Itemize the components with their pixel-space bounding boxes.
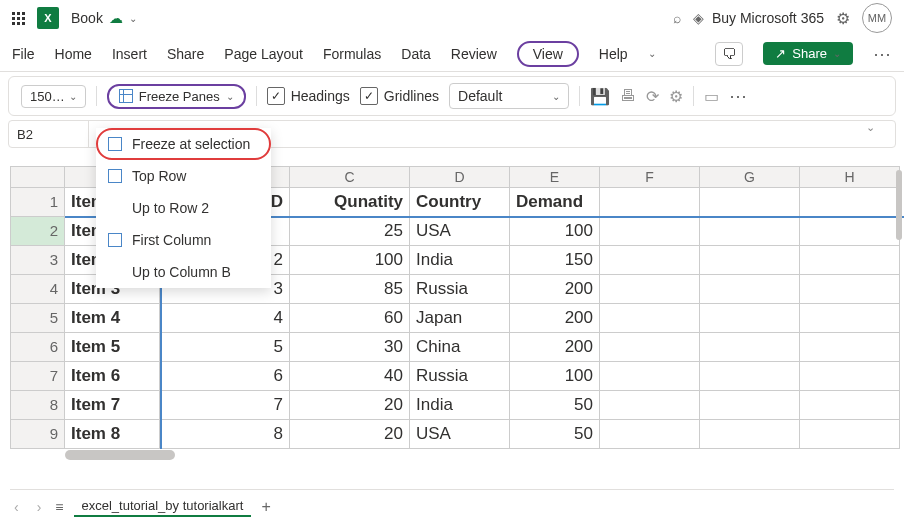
cell[interactable]: [800, 333, 900, 362]
cell[interactable]: 50: [510, 391, 600, 420]
cell[interactable]: [700, 246, 800, 275]
add-sheet-icon[interactable]: +: [261, 498, 270, 516]
menu-view[interactable]: View: [517, 41, 579, 67]
cell[interactable]: 100: [290, 246, 410, 275]
cell[interactable]: [800, 246, 900, 275]
freeze-first-col-item[interactable]: First Column: [96, 224, 271, 256]
buy-m365-button[interactable]: ◈ Buy Microsoft 365: [693, 10, 824, 26]
print-icon[interactable]: 🖶: [620, 87, 636, 105]
cell[interactable]: Russia: [410, 362, 510, 391]
tab-list-icon[interactable]: ≡: [55, 499, 63, 515]
cell[interactable]: [700, 420, 800, 449]
row-header[interactable]: 6: [10, 333, 65, 362]
cell[interactable]: 85: [290, 275, 410, 304]
cell[interactable]: [700, 304, 800, 333]
menu-insert[interactable]: Insert: [112, 42, 147, 66]
style-dropdown[interactable]: Default⌄: [449, 83, 569, 109]
cell[interactable]: 20: [290, 420, 410, 449]
cell[interactable]: Item 8: [65, 420, 160, 449]
col-header-c[interactable]: C: [290, 166, 410, 188]
cell[interactable]: 20: [290, 391, 410, 420]
document-title[interactable]: Book ☁ ⌄: [71, 10, 137, 26]
refresh-icon[interactable]: ⟳: [646, 87, 659, 106]
cell[interactable]: India: [410, 391, 510, 420]
cell[interactable]: [800, 420, 900, 449]
cell[interactable]: Item 4: [65, 304, 160, 333]
menu-formulas[interactable]: Formulas: [323, 42, 381, 66]
cell[interactable]: India: [410, 246, 510, 275]
cell[interactable]: Japan: [410, 304, 510, 333]
menu-file[interactable]: File: [12, 42, 35, 66]
cell[interactable]: [600, 275, 700, 304]
search-icon[interactable]: ⌕: [673, 10, 681, 26]
toolbar-more-icon[interactable]: ⋯: [729, 85, 748, 107]
cell[interactable]: [600, 391, 700, 420]
cell[interactable]: 40: [290, 362, 410, 391]
cell[interactable]: Russia: [410, 275, 510, 304]
cell[interactable]: 6: [160, 362, 290, 391]
save-icon[interactable]: 💾: [590, 87, 610, 106]
cell[interactable]: [700, 391, 800, 420]
cell[interactable]: [800, 275, 900, 304]
col-header-f[interactable]: F: [600, 166, 700, 188]
formula-expand-icon[interactable]: ⌄: [866, 121, 875, 134]
row-header[interactable]: 3: [10, 246, 65, 275]
settings-icon[interactable]: ⚙: [836, 9, 850, 28]
cell[interactable]: [700, 275, 800, 304]
name-box[interactable]: B2: [9, 121, 89, 147]
cell[interactable]: USA: [410, 217, 510, 246]
row-header[interactable]: 2: [10, 217, 65, 246]
cell[interactable]: 200: [510, 275, 600, 304]
cell[interactable]: [800, 188, 900, 217]
cell[interactable]: [800, 217, 900, 246]
col-header-e[interactable]: E: [510, 166, 600, 188]
freeze-panes-button[interactable]: Freeze Panes ⌄: [107, 84, 246, 109]
row-header[interactable]: 9: [10, 420, 65, 449]
cell[interactable]: China: [410, 333, 510, 362]
cell[interactable]: 150: [510, 246, 600, 275]
cell[interactable]: 5: [160, 333, 290, 362]
cell[interactable]: [700, 362, 800, 391]
row-header[interactable]: 5: [10, 304, 65, 333]
cell[interactable]: 7: [160, 391, 290, 420]
cell[interactable]: [800, 391, 900, 420]
cell[interactable]: Item 5: [65, 333, 160, 362]
menu-page-layout[interactable]: Page Layout: [224, 42, 303, 66]
cell[interactable]: [600, 420, 700, 449]
cell[interactable]: Qunatity: [290, 188, 410, 217]
row-header[interactable]: 7: [10, 362, 65, 391]
tab-next-icon[interactable]: ›: [33, 499, 46, 515]
row-header[interactable]: 4: [10, 275, 65, 304]
row-header-1[interactable]: 1: [10, 188, 65, 217]
sheet-tab[interactable]: excel_tutorial_by tutorialkart: [74, 496, 252, 517]
row-header[interactable]: 8: [10, 391, 65, 420]
cell[interactable]: [700, 333, 800, 362]
select-all-corner[interactable]: [10, 166, 65, 188]
menu-help[interactable]: Help: [599, 42, 628, 66]
horizontal-scrollbar[interactable]: [65, 450, 175, 460]
cell[interactable]: [800, 304, 900, 333]
cell[interactable]: 100: [510, 362, 600, 391]
cell[interactable]: 200: [510, 304, 600, 333]
cell[interactable]: Item 7: [65, 391, 160, 420]
user-avatar[interactable]: MM: [862, 3, 892, 33]
cell[interactable]: Demand: [510, 188, 600, 217]
cell[interactable]: 30: [290, 333, 410, 362]
menu-home[interactable]: Home: [55, 42, 92, 66]
col-header-d[interactable]: D: [410, 166, 510, 188]
freeze-up-to-row-item[interactable]: Up to Row 2: [96, 192, 271, 224]
cell[interactable]: Country: [410, 188, 510, 217]
vertical-scrollbar[interactable]: [896, 170, 902, 240]
cell[interactable]: [600, 304, 700, 333]
freeze-at-selection-item[interactable]: Freeze at selection: [96, 128, 271, 160]
more-icon[interactable]: ⋯: [873, 43, 892, 65]
tab-prev-icon[interactable]: ‹: [10, 499, 23, 515]
cell[interactable]: USA: [410, 420, 510, 449]
cell[interactable]: [600, 246, 700, 275]
cell[interactable]: [600, 362, 700, 391]
reading-view-icon[interactable]: ▭: [704, 87, 719, 106]
freeze-top-row-item[interactable]: Top Row: [96, 160, 271, 192]
col-header-g[interactable]: G: [700, 166, 800, 188]
menu-share[interactable]: Share: [167, 42, 204, 66]
zoom-dropdown[interactable]: 150…⌄: [21, 85, 86, 108]
